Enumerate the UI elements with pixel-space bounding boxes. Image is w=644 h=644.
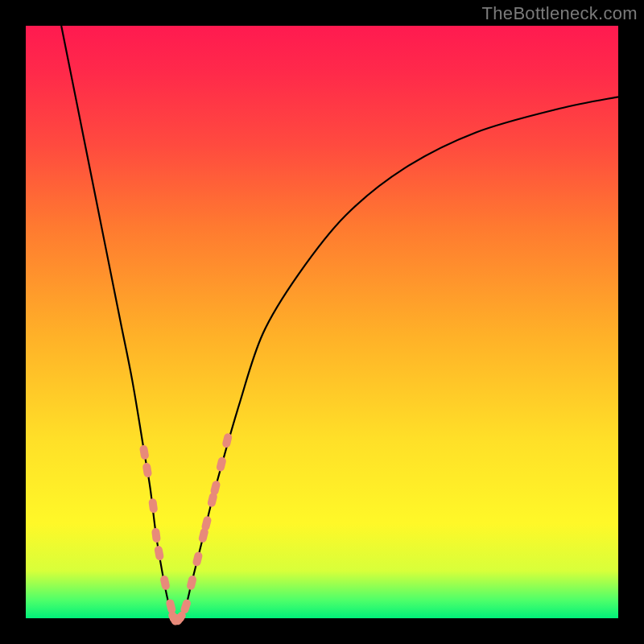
curve-marker: [192, 551, 203, 567]
marker-group: [139, 432, 233, 626]
watermark-text: TheBottleneck.com: [482, 3, 638, 24]
plot-area: [26, 26, 618, 618]
curve-marker: [142, 462, 152, 477]
curve-marker: [221, 432, 233, 448]
curve-marker: [148, 498, 158, 514]
chart-frame: TheBottleneck.com: [0, 0, 644, 644]
bottleneck-curve: [61, 26, 618, 620]
curve-marker: [216, 456, 227, 473]
curve-marker: [154, 545, 164, 561]
curve-marker: [159, 575, 171, 591]
curve-marker: [186, 575, 197, 591]
curve-marker: [139, 444, 150, 460]
curve-marker: [151, 527, 161, 543]
chart-svg: [26, 26, 618, 618]
